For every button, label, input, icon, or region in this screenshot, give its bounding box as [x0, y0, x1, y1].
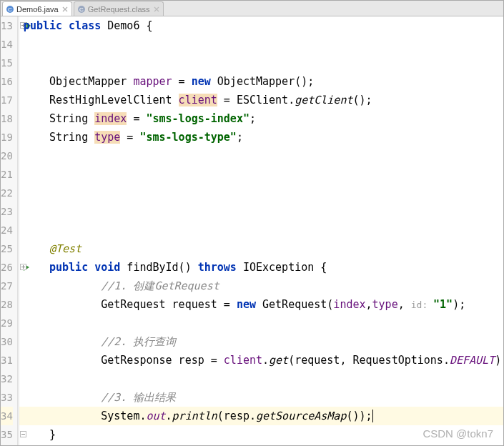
code-line[interactable]: GetResponse resp = client.get(request, R… — [19, 351, 504, 370]
code-area[interactable]: public class Demo6 { ObjectMapper mapper… — [19, 16, 504, 445]
code-line[interactable] — [19, 165, 504, 184]
tab-demo6[interactable]: C Demo6.java — [2, 1, 72, 16]
code-line[interactable]: GetRequest request = new GetRequest(inde… — [19, 295, 504, 314]
code-line[interactable] — [19, 370, 504, 388]
svg-text:C: C — [8, 6, 12, 13]
code-line[interactable]: System.out.println(resp.getSourceAsMap()… — [19, 407, 504, 425]
code-line[interactable] — [19, 202, 504, 221]
line-number: 30 — [1, 332, 13, 351]
code-line[interactable] — [19, 54, 504, 72]
line-number: 22 — [1, 184, 13, 202]
line-number: 25 — [1, 239, 13, 258]
svg-text:C: C — [79, 6, 84, 13]
line-number: 34 — [1, 407, 13, 425]
line-number: 14 — [1, 35, 13, 54]
class-file-icon: C — [77, 5, 86, 14]
tab-label: Demo6.java — [16, 5, 59, 14]
line-number: 33 — [1, 388, 13, 407]
line-number: 27 — [1, 277, 13, 295]
line-number: 24 — [1, 221, 13, 239]
code-line[interactable]: ObjectMapper mapper = new ObjectMapper()… — [19, 72, 504, 91]
tab-bar: C Demo6.java C GetRequest.class — [1, 1, 503, 16]
line-number: 31 — [1, 351, 13, 370]
code-line[interactable] — [19, 314, 504, 332]
code-line[interactable]: RestHighLevelClient client = ESClient.ge… — [19, 91, 504, 109]
code-line[interactable]: String type = "sms-logs-type"; — [19, 128, 504, 147]
line-number: 20 — [1, 147, 13, 165]
watermark: CSDN @tokn7 — [423, 427, 493, 440]
line-number: 28 — [1, 295, 13, 314]
java-class-icon: C — [6, 5, 14, 14]
code-line[interactable] — [19, 35, 504, 54]
line-number: 26 — [1, 258, 13, 277]
code-line[interactable]: @Test — [19, 239, 504, 258]
code-line[interactable]: //1. 创建GetRequest — [19, 277, 504, 295]
line-number: 35 — [1, 425, 13, 444]
line-number: 32 — [1, 370, 13, 388]
line-number: 21 — [1, 165, 13, 184]
code-line[interactable]: //2. 执行查询 — [19, 332, 504, 351]
editor: 1314151617181920212223242526272829303132… — [1, 16, 503, 445]
tab-getrequest[interactable]: C GetRequest.class — [74, 1, 164, 16]
line-number: 15 — [1, 54, 13, 72]
line-number: 18 — [1, 109, 13, 128]
code-line[interactable]: //3. 输出结果 — [19, 388, 504, 407]
line-number-gutter: 1314151617181920212223242526272829303132… — [1, 16, 18, 445]
line-number: 16 — [1, 72, 13, 91]
code-line[interactable]: public void findById() throws IOExceptio… — [19, 258, 504, 277]
line-number: 13 — [1, 16, 13, 35]
line-number: 17 — [1, 91, 13, 109]
code-line[interactable]: public class Demo6 { — [19, 16, 504, 35]
line-number: 23 — [1, 202, 13, 221]
close-icon[interactable] — [153, 6, 160, 13]
tab-label: GetRequest.class — [88, 5, 150, 14]
code-line[interactable] — [19, 221, 504, 239]
code-line[interactable] — [19, 147, 504, 165]
code-line[interactable] — [19, 184, 504, 202]
line-number: 29 — [1, 314, 13, 332]
code-line[interactable]: String index = "sms-logs-index"; — [19, 109, 504, 128]
line-number: 19 — [1, 128, 13, 147]
close-icon[interactable] — [61, 6, 69, 13]
